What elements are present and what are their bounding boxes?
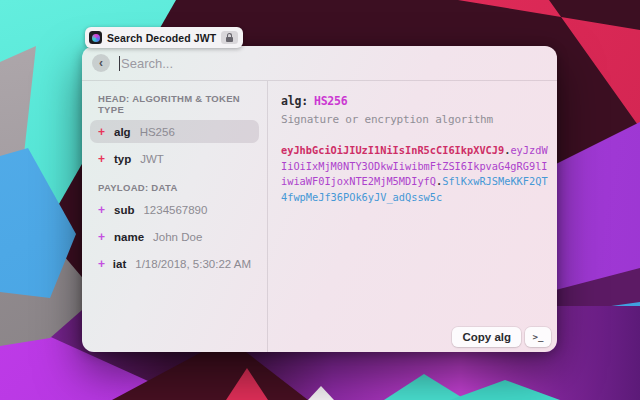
window-body: HEAD: ALGORITHM & TOKEN TYPE + alg HS256… [82, 81, 557, 352]
back-chevron-icon: ‹ [99, 57, 103, 69]
section-header-head: HEAD: ALGORITHM & TOKEN TYPE [90, 85, 259, 120]
claim-key: iat [113, 258, 126, 270]
action-bar: Copy alg >_ [452, 327, 551, 347]
lock-icon [221, 31, 238, 44]
search-field-wrap [119, 56, 557, 71]
list-item-alg[interactable]: + alg HS256 [90, 120, 259, 143]
list-item-sub[interactable]: + sub 1234567890 [90, 198, 259, 221]
plus-icon: + [98, 231, 112, 243]
plus-icon: + [98, 204, 112, 216]
jwt-header-segment: eyJhbGciOiJIUzI1NiIsInR5cCI6IkpXVCJ9 [281, 144, 504, 156]
claim-key: typ [114, 153, 131, 165]
text-caret [119, 56, 120, 71]
claim-key: sub [114, 204, 134, 216]
terminal-shortcut-icon[interactable]: >_ [525, 327, 551, 347]
list-item-typ[interactable]: + typ JWT [90, 147, 259, 170]
search-header: ‹ [82, 46, 557, 81]
command-tab-title: Search Decoded JWT [107, 32, 216, 44]
detail-panel: alg:HS256 Signature or encryption algori… [268, 81, 557, 352]
plus-icon: + [98, 258, 111, 270]
back-button[interactable]: ‹ [92, 54, 110, 72]
search-input[interactable] [121, 56, 557, 71]
claim-key: alg [114, 126, 131, 138]
command-tab[interactable]: Search Decoded JWT [85, 27, 243, 48]
raycast-window: ‹ HEAD: ALGORITHM & TOKEN TYPE + alg HS2… [82, 46, 557, 352]
claims-list: HEAD: ALGORITHM & TOKEN TYPE + alg HS256… [82, 81, 268, 352]
list-item-name[interactable]: + name John Doe [90, 225, 259, 248]
claim-value: HS256 [140, 126, 175, 138]
plus-icon: + [98, 153, 112, 165]
detail-title-value: HS256 [314, 94, 348, 108]
section-header-payload: PAYLOAD: DATA [90, 174, 259, 198]
claim-value: John Doe [153, 231, 202, 243]
detail-title: alg:HS256 [281, 94, 549, 108]
claim-value: 1234567890 [143, 204, 207, 216]
claim-key: name [114, 231, 144, 243]
claim-value: 1/18/2018, 5:30:22 AM [135, 258, 251, 270]
list-item-iat[interactable]: + iat 1/18/2018, 5:30:22 AM [90, 252, 259, 275]
plus-icon: + [98, 126, 112, 138]
jwt-extension-icon [89, 31, 102, 44]
claim-value: JWT [140, 153, 164, 165]
detail-subtitle: Signature or encryption algorithm [281, 113, 549, 126]
detail-title-key: alg: [281, 94, 308, 108]
copy-alg-button[interactable]: Copy alg [452, 327, 521, 347]
jwt-token: eyJhbGciOiJIUzI1NiIsInR5cCI6IkpXVCJ9.eyJ… [281, 143, 549, 205]
